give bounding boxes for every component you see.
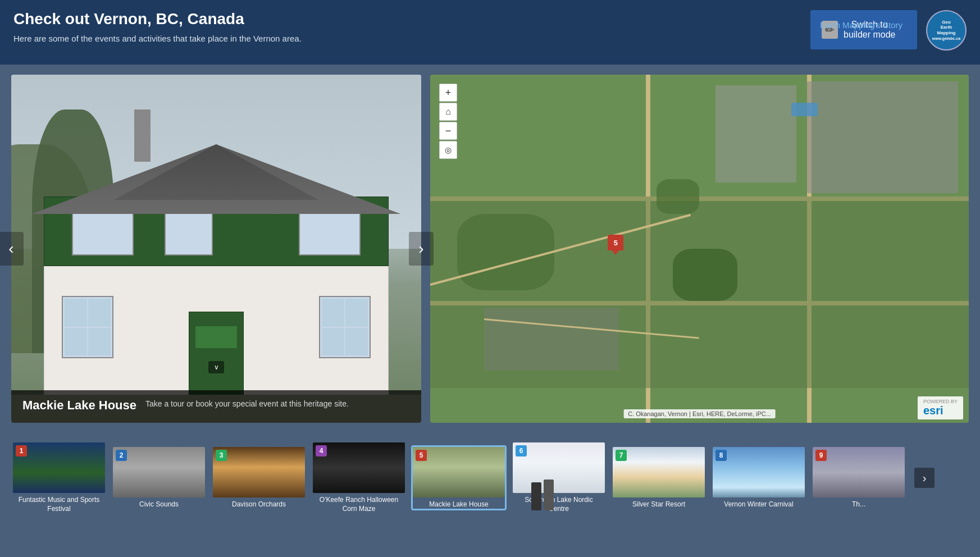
window-pane — [345, 328, 368, 355]
logo-text: GeoEarthMappingwww.gembc.ca — [930, 17, 963, 43]
thumbnails-next-button[interactable]: › — [914, 468, 935, 488]
thumbnail-item-1[interactable]: 1Funtastic Music and Sports Festival — [11, 441, 107, 515]
slide-caption: Mackie Lake House Take a tour or book yo… — [11, 390, 421, 423]
tree-cluster-1 — [457, 214, 554, 290]
prev-slide-button[interactable]: ‹ — [0, 232, 24, 266]
thumb-badge-3: 3 — [216, 450, 227, 461]
map-marker[interactable]: 5 — [608, 235, 623, 250]
buildings-cluster-2 — [715, 85, 796, 183]
thumb-badge-7: 7 — [616, 450, 627, 461]
window-pane — [322, 299, 344, 326]
thumb-badge-8: 8 — [715, 450, 727, 461]
map-panel: + ⌂ − ◎ 5 C. Okanagan, Vernon | Esri, HE… — [430, 75, 969, 423]
thumbnail-item-2[interactable]: 2Civic Sounds — [111, 445, 207, 511]
door-panel — [195, 326, 238, 349]
thumb-label-5: Mackie Lake House — [413, 500, 505, 509]
thumbnail-item-5[interactable]: 5Mackie Lake House — [411, 445, 507, 511]
window-pane — [65, 328, 87, 355]
window-pane — [88, 328, 111, 355]
parking-area — [484, 308, 619, 371]
next-slide-button[interactable]: › — [409, 232, 434, 266]
thumb-label-1: Funtastic Music and Sports Festival — [13, 496, 105, 513]
thumb-badge-2: 2 — [116, 450, 127, 461]
thumbnail-item-3[interactable]: 3Davison Orchards — [211, 445, 307, 511]
map-marker-pin: 5 — [608, 235, 623, 250]
header: Check out Vernon, BC, Canada Here are so… — [0, 0, 980, 65]
thumb-label-3: Davison Orchards — [213, 500, 305, 509]
zoom-in-button[interactable]: + — [439, 84, 457, 102]
thumb-badge-4: 4 — [316, 445, 327, 456]
window-lower-right — [319, 296, 371, 358]
slide-description: Take a tour or book your special event a… — [145, 398, 349, 410]
locate-button[interactable]: ◎ — [439, 141, 457, 159]
esri-text: esri — [923, 404, 958, 417]
thumb-label-2: Civic Sounds — [113, 500, 205, 509]
esri-logo: POWERED BY esri — [918, 396, 963, 419]
header-right: Earth Mapping's Story ✏ Switch tobuilder… — [810, 10, 967, 51]
thumbnail-item-8[interactable]: 8Vernon Winter Carnival — [711, 445, 806, 511]
house-lower — [44, 249, 388, 405]
slide-image-container: ∨ Mackie Lake House Take a tour or book … — [11, 75, 421, 423]
map-attribution: C. Okanagan, Vernon | Esri, HERE, DeLorm… — [623, 409, 776, 418]
window-pane — [88, 299, 111, 326]
thumb-badge-9: 9 — [815, 450, 827, 461]
thumb-label-4: O'Keefe Ranch Halloween Corn Maze — [313, 496, 405, 513]
chimney — [134, 109, 151, 162]
switch-builder-button[interactable]: ✏ Switch tobuilder mode — [810, 10, 917, 49]
thumbnail-item-6[interactable]: 6Sovereign Lake Nordic Centre — [511, 441, 607, 515]
thumbnails-strip: 1Funtastic Music and Sports Festival2Civ… — [0, 435, 980, 524]
home-button[interactable]: ⌂ — [439, 103, 457, 121]
window-pane — [65, 299, 87, 326]
map-controls: + ⌂ − ◎ — [439, 84, 457, 159]
thumb-label-9: Th... — [813, 500, 905, 509]
slideshow-panel: ‹ — [11, 75, 421, 423]
tree-cluster-2 — [673, 249, 737, 301]
thumb-badge-6: 6 — [516, 445, 527, 456]
earth-mapping-logo: GeoEarthMappingwww.gembc.ca — [926, 10, 967, 51]
buildings-cluster-1 — [807, 81, 958, 193]
zoom-out-button[interactable]: − — [439, 122, 457, 140]
map-background — [430, 75, 969, 423]
thumbnail-item-7[interactable]: 7Silver Star Resort — [611, 445, 706, 511]
pool — [791, 103, 818, 117]
thumb-label-8: Vernon Winter Carnival — [713, 500, 805, 509]
tree-cluster-3 — [657, 179, 700, 214]
window-pane — [345, 299, 368, 326]
earth-mapping-story-link[interactable]: Earth Mapping's Story — [820, 20, 902, 30]
thumbnail-item-4[interactable]: 4O'Keefe Ranch Halloween Corn Maze — [311, 441, 407, 515]
powered-by-label: POWERED BY — [923, 399, 958, 404]
marker-number: 5 — [614, 239, 618, 247]
main-content: ‹ — [0, 65, 980, 435]
caption-toggle-button[interactable]: ∨ — [208, 361, 224, 373]
thumb-badge-5: 5 — [416, 450, 427, 461]
window-pane — [322, 328, 344, 355]
thumb-label-7: Silver Star Resort — [613, 500, 705, 509]
window-lower-left — [62, 296, 113, 358]
slide-title: Mackie Lake House — [22, 398, 136, 413]
thumb-badge-1: 1 — [16, 445, 27, 456]
thumbnail-item-9[interactable]: 9Th... — [811, 445, 906, 511]
